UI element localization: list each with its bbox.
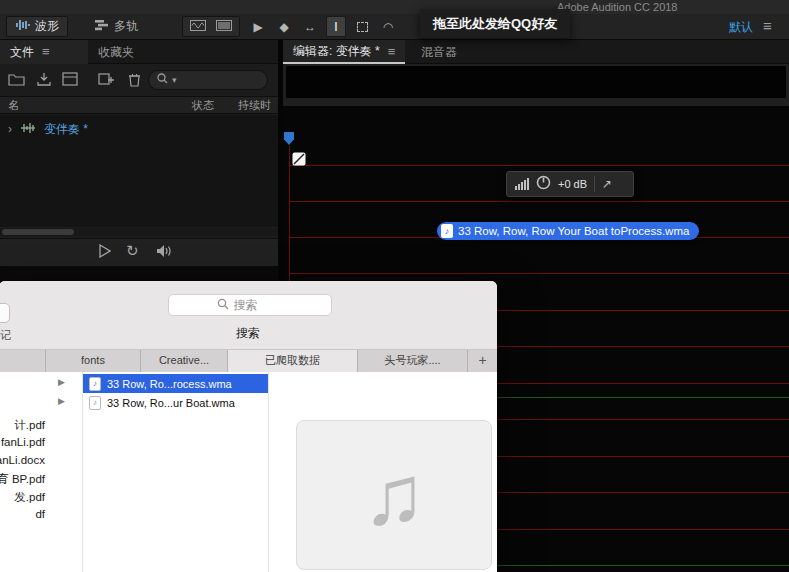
tab-editor-label: 编辑器: 变伴奏 *	[293, 43, 380, 60]
import-file-icon[interactable]	[36, 72, 52, 89]
waveform-icon	[15, 19, 30, 34]
tab-editor[interactable]: 编辑器: 变伴奏 * ≡	[283, 40, 405, 64]
trash-icon[interactable]	[128, 72, 141, 90]
finder-new-tab-button[interactable]: +	[467, 350, 497, 372]
tab-files-label: 文件	[10, 40, 34, 64]
workspace-selector[interactable]: 默认	[729, 19, 753, 36]
volume-hud: +0 dB ↗	[506, 171, 634, 197]
tab-favorites-label: 收藏夹	[98, 45, 134, 59]
level-bars-icon[interactable]	[515, 178, 529, 190]
waveform-display-icon[interactable]	[190, 20, 206, 34]
finder-tab[interactable]: 已爬取数据	[227, 350, 357, 372]
zoom-navigator-strip[interactable]	[286, 66, 786, 98]
waveform-file-icon	[20, 122, 36, 137]
sidebar-file[interactable]: df	[0, 508, 45, 520]
lasso-selection-tool-icon[interactable]: ◠	[378, 16, 398, 37]
display-mode-group	[182, 16, 240, 37]
finder-nav-button-fragment[interactable]	[0, 303, 10, 323]
playhead-handle[interactable]	[284, 132, 294, 145]
tab-mixer[interactable]: 混音器	[421, 40, 457, 64]
loop-playback-button[interactable]: ↻	[126, 242, 139, 260]
disclosure-icon: ▶	[58, 396, 65, 406]
expand-chevron-icon[interactable]: ›	[8, 122, 12, 136]
music-file-icon: ♪	[89, 377, 101, 391]
files-panel-tabbar: 文件 ≡ 收藏夹	[0, 40, 278, 64]
search-caret-icon: ▾	[172, 75, 177, 85]
new-bin-icon[interactable]	[98, 72, 114, 89]
marquee-selection-tool-icon[interactable]	[352, 16, 372, 37]
auto-play-speaker-button[interactable]	[156, 244, 173, 261]
finder-search-field[interactable]	[168, 294, 332, 316]
gain-knob-icon[interactable]	[536, 175, 551, 193]
multitrack-view-button[interactable]: 多轨	[86, 16, 146, 37]
column-divider[interactable]	[268, 372, 269, 572]
tab-favorites[interactable]: 收藏夹	[98, 40, 134, 64]
grid-line-red	[289, 273, 789, 274]
move-tool-icon[interactable]: ▶	[248, 16, 268, 37]
waveform-view-button[interactable]: 波形	[6, 16, 68, 37]
sort-asc-icon: ↑	[8, 97, 14, 114]
file-name[interactable]: 变伴奏 *	[44, 121, 88, 138]
workspace-menu-icon[interactable]: ≡	[763, 17, 772, 34]
waveform-view-label: 波形	[35, 18, 59, 35]
app-titlebar: Adobe Audition CC 2018	[0, 0, 789, 14]
files-toolbar: ▾	[0, 64, 278, 96]
finder-tab[interactable]: 头号玩家....	[357, 350, 467, 372]
finder-window[interactable]: 搜索 记 fonts Creative... 已爬取数据 头号玩家.... + …	[0, 281, 497, 572]
disclosure-icon: ▶	[58, 377, 65, 387]
qq-drag-tooltip: 拖至此处发给QQ好友	[420, 9, 570, 38]
finder-file-name: 33 Row, Ro...rocess.wma	[107, 378, 232, 390]
tab-files[interactable]: 文件 ≡	[0, 40, 88, 64]
finder-window-title: 搜索	[0, 325, 497, 342]
gain-value[interactable]: +0 dB	[558, 178, 587, 190]
files-transport-bar: ↻	[0, 238, 278, 266]
finder-toolbar: 搜索 记	[0, 281, 497, 350]
sidebar-file[interactable]: 发.pdf	[0, 490, 45, 505]
sidebar-file[interactable]: fanLi.pdf	[0, 436, 45, 448]
finder-tabbar: fonts Creative... 已爬取数据 头号玩家.... +	[0, 350, 497, 372]
no-selection-icon	[292, 152, 306, 169]
column-status[interactable]: 状态	[192, 97, 214, 114]
editor-tabbar: 编辑器: 变伴奏 * ≡ 混音器	[283, 40, 789, 64]
multitrack-view-label: 多轨	[114, 18, 138, 35]
main-toolbar: 波形 多轨 ▶ ◆ ↔ I ◠ 默认 ≡	[0, 14, 789, 40]
panel-menu-icon[interactable]: ≡	[42, 40, 50, 64]
sidebar-file[interactable]: anLi.docx	[0, 454, 45, 466]
finder-tab-stub[interactable]	[0, 350, 45, 372]
finder-file-row[interactable]: ♪ 33 Row, Ro...ur Boat.wma	[83, 393, 268, 412]
spectral-display-icon[interactable]	[216, 20, 232, 34]
multitrack-icon	[94, 19, 109, 34]
preview-pane: ♫	[296, 420, 492, 570]
marquee-box-glyph	[357, 22, 368, 32]
editor-menu-icon[interactable]: ≡	[388, 44, 396, 59]
dragged-file-pill[interactable]: ♪ 33 Row, Row, Row Your Boat toProcess.w…	[437, 222, 699, 240]
slip-tool-icon[interactable]: ↔	[300, 16, 320, 37]
popout-icon[interactable]: ↗	[602, 177, 612, 191]
open-file-icon[interactable]	[8, 72, 26, 89]
files-list: › 变伴奏 *	[0, 115, 278, 227]
play-button[interactable]	[98, 244, 111, 261]
finder-tab[interactable]: Creative...	[140, 350, 227, 372]
music-note-placeholder-icon: ♫	[363, 453, 426, 537]
media-browser-icon[interactable]	[62, 72, 78, 89]
time-selection-tool-icon[interactable]: I	[326, 16, 346, 37]
search-icon	[157, 73, 168, 87]
grid-line-red	[289, 165, 789, 166]
sidebar-file[interactable]: 计.pdf	[0, 418, 45, 433]
file-row[interactable]: › 变伴奏 *	[0, 119, 278, 139]
audio-file-icon: ♪	[441, 224, 453, 238]
app-title: Adobe Audition CC 2018	[557, 1, 677, 13]
finder-file-name: 33 Row, Ro...ur Boat.wma	[107, 397, 235, 409]
hscrollbar-thumb[interactable]	[2, 229, 74, 235]
files-hscrollbar[interactable]	[0, 228, 278, 236]
finder-file-row-selected[interactable]: ♪ 33 Row, Ro...rocess.wma	[83, 374, 268, 393]
files-search-box[interactable]: ▾	[148, 70, 268, 90]
sidebar-partial-label: 记	[0, 328, 11, 343]
finder-tab[interactable]: fonts	[45, 350, 140, 372]
finder-column-view: ▶ ▶ 计.pdf fanLi.pdf anLi.docx 育 BP.pdf 发…	[0, 372, 497, 572]
razor-tool-icon[interactable]: ◆	[274, 16, 294, 37]
search-input[interactable]	[234, 298, 284, 312]
sidebar-file[interactable]: 育 BP.pdf	[0, 472, 45, 487]
dragged-file-name: 33 Row, Row, Row Your Boat toProcess.wma	[458, 225, 689, 237]
files-list-header: 名称 ↑ 状态 持续时间	[0, 96, 278, 114]
